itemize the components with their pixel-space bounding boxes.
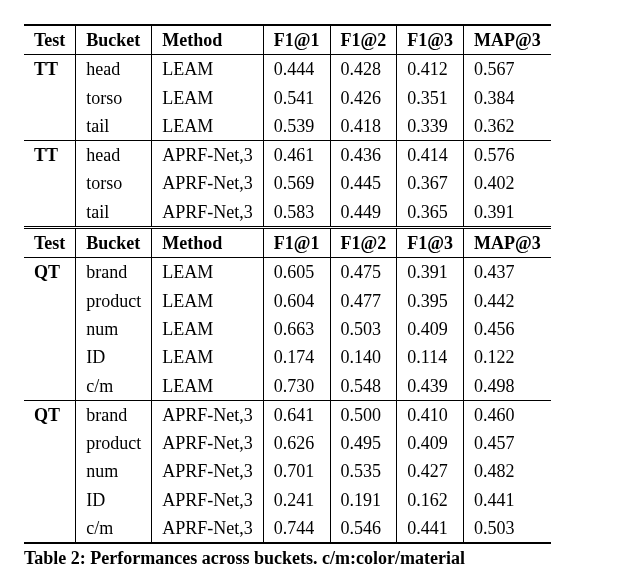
cell-bucket: tail: [76, 198, 152, 228]
cell-f1-3: 0.414: [397, 141, 464, 170]
cell-f1-2: 0.426: [330, 84, 397, 112]
cell-test: QT: [24, 400, 76, 429]
col-f1-2: F1@2: [330, 228, 397, 258]
cell-method: APRF-Net,3: [152, 198, 264, 228]
cell-f1-2: 0.428: [330, 55, 397, 84]
cell-test: [24, 457, 76, 485]
cell-method: APRF-Net,3: [152, 429, 264, 457]
cell-f1-2: 0.449: [330, 198, 397, 228]
cell-bucket: tail: [76, 112, 152, 141]
cell-f1-3: 0.339: [397, 112, 464, 141]
cell-f1-3: 0.395: [397, 287, 464, 315]
table-row: product LEAM 0.604 0.477 0.395 0.442: [24, 287, 551, 315]
cell-f1-1: 0.583: [263, 198, 330, 228]
cell-method: LEAM: [152, 287, 264, 315]
cell-f1-1: 0.605: [263, 258, 330, 287]
cell-f1-2: 0.500: [330, 400, 397, 429]
cell-map3: 0.391: [464, 198, 551, 228]
cell-test: [24, 112, 76, 141]
cell-f1-2: 0.477: [330, 287, 397, 315]
cell-f1-1: 0.541: [263, 84, 330, 112]
cell-f1-3: 0.409: [397, 315, 464, 343]
col-f1-1: F1@1: [263, 25, 330, 55]
cell-f1-3: 0.351: [397, 84, 464, 112]
cell-f1-1: 0.744: [263, 514, 330, 543]
table-row: product APRF-Net,3 0.626 0.495 0.409 0.4…: [24, 429, 551, 457]
cell-bucket: torso: [76, 169, 152, 197]
cell-map3: 0.503: [464, 514, 551, 543]
cell-f1-1: 0.604: [263, 287, 330, 315]
col-f1-3: F1@3: [397, 25, 464, 55]
cell-map3: 0.482: [464, 457, 551, 485]
table-row: num APRF-Net,3 0.701 0.535 0.427 0.482: [24, 457, 551, 485]
cell-method: LEAM: [152, 84, 264, 112]
cell-test: [24, 287, 76, 315]
cell-bucket: ID: [76, 343, 152, 371]
cell-method: LEAM: [152, 258, 264, 287]
cell-f1-1: 0.663: [263, 315, 330, 343]
col-bucket: Bucket: [76, 25, 152, 55]
cell-map3: 0.567: [464, 55, 551, 84]
cell-f1-2: 0.503: [330, 315, 397, 343]
cell-bucket: num: [76, 457, 152, 485]
cell-f1-2: 0.475: [330, 258, 397, 287]
cell-bucket: c/m: [76, 514, 152, 543]
cell-map3: 0.576: [464, 141, 551, 170]
col-f1-1: F1@1: [263, 228, 330, 258]
col-test: Test: [24, 25, 76, 55]
cell-test: [24, 514, 76, 543]
cell-test: [24, 429, 76, 457]
col-f1-3: F1@3: [397, 228, 464, 258]
cell-method: APRF-Net,3: [152, 457, 264, 485]
table-row: ID APRF-Net,3 0.241 0.191 0.162 0.441: [24, 486, 551, 514]
cell-bucket: torso: [76, 84, 152, 112]
cell-f1-2: 0.495: [330, 429, 397, 457]
cell-map3: 0.457: [464, 429, 551, 457]
cell-f1-3: 0.412: [397, 55, 464, 84]
cell-f1-1: 0.241: [263, 486, 330, 514]
cell-map3: 0.384: [464, 84, 551, 112]
col-bucket: Bucket: [76, 228, 152, 258]
cell-method: LEAM: [152, 55, 264, 84]
cell-f1-1: 0.461: [263, 141, 330, 170]
col-test: Test: [24, 228, 76, 258]
results-table: Test Bucket Method F1@1 F1@2 F1@3 MAP@3 …: [24, 24, 551, 544]
cell-method: APRF-Net,3: [152, 141, 264, 170]
cell-method: APRF-Net,3: [152, 514, 264, 543]
cell-map3: 0.362: [464, 112, 551, 141]
cell-bucket: brand: [76, 400, 152, 429]
cell-test: TT: [24, 141, 76, 170]
cell-map3: 0.456: [464, 315, 551, 343]
cell-f1-1: 0.539: [263, 112, 330, 141]
cell-test: [24, 343, 76, 371]
header-row-2: Test Bucket Method F1@1 F1@2 F1@3 MAP@3: [24, 228, 551, 258]
cell-f1-1: 0.626: [263, 429, 330, 457]
col-map3: MAP@3: [464, 228, 551, 258]
cell-f1-1: 0.444: [263, 55, 330, 84]
cell-f1-2: 0.140: [330, 343, 397, 371]
cell-map3: 0.441: [464, 486, 551, 514]
table-row: TT head APRF-Net,3 0.461 0.436 0.414 0.5…: [24, 141, 551, 170]
cell-method: LEAM: [152, 372, 264, 401]
cell-method: LEAM: [152, 343, 264, 371]
cell-f1-1: 0.174: [263, 343, 330, 371]
test-label: QT: [34, 262, 60, 282]
cell-bucket: num: [76, 315, 152, 343]
cell-f1-2: 0.546: [330, 514, 397, 543]
cell-f1-2: 0.436: [330, 141, 397, 170]
cell-f1-1: 0.641: [263, 400, 330, 429]
cell-method: APRF-Net,3: [152, 400, 264, 429]
cell-bucket: head: [76, 55, 152, 84]
cell-map3: 0.460: [464, 400, 551, 429]
table-row: c/m LEAM 0.730 0.548 0.439 0.498: [24, 372, 551, 401]
test-label: TT: [34, 59, 58, 79]
test-label: QT: [34, 405, 60, 425]
cell-f1-3: 0.427: [397, 457, 464, 485]
cell-map3: 0.402: [464, 169, 551, 197]
table-row: tail APRF-Net,3 0.583 0.449 0.365 0.391: [24, 198, 551, 228]
cell-f1-3: 0.410: [397, 400, 464, 429]
table-row: QT brand LEAM 0.605 0.475 0.391 0.437: [24, 258, 551, 287]
col-map3: MAP@3: [464, 25, 551, 55]
table-caption: Table 2: Performances across buckets. c/…: [24, 544, 551, 567]
table-container: Test Bucket Method F1@1 F1@2 F1@3 MAP@3 …: [24, 24, 551, 567]
